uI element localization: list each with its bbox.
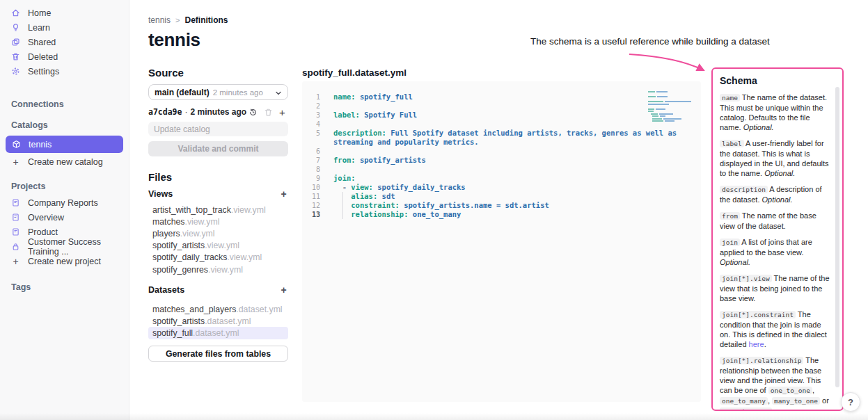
file-name: spotify_artists bbox=[152, 241, 205, 250]
file-name: players bbox=[152, 229, 180, 239]
file-ext: .view.yml bbox=[184, 217, 219, 227]
sidebar-item-deleted[interactable]: Deleted bbox=[0, 49, 129, 64]
commit-row: a7cda9e · 2 minutes ago + bbox=[148, 106, 288, 118]
here-link[interactable]: here bbox=[749, 340, 764, 348]
app: Home Learn Shared Deleted Settings bbox=[0, 0, 868, 420]
views-file-list: artist_with_top_track.view.yml matches.v… bbox=[148, 204, 288, 275]
add-view-icon[interactable]: + bbox=[279, 189, 288, 199]
schema-entry-join-view: join[*].view The name of the view that i… bbox=[720, 273, 833, 303]
sidebar-item-label: Create new project bbox=[28, 257, 101, 266]
breadcrumb-parent[interactable]: tennis bbox=[148, 15, 171, 25]
schema-key-chip: join bbox=[720, 239, 740, 246]
file-item-selected[interactable]: spotify_full.dataset.yml bbox=[148, 327, 288, 339]
sidebar-section-connections: Connections bbox=[0, 99, 129, 109]
schema-key-chip: name bbox=[720, 94, 740, 102]
add-commit-icon[interactable]: + bbox=[279, 108, 288, 117]
sidebar-item-label: Settings bbox=[28, 67, 59, 76]
commit-hash: a7cda9e bbox=[148, 107, 182, 117]
schema-scrollbar[interactable] bbox=[835, 87, 839, 387]
schema-key-chip: join[*].view bbox=[720, 275, 772, 282]
code-line: 11 alias: sdt bbox=[309, 192, 701, 201]
minimap bbox=[648, 91, 693, 123]
file-ext: .dataset.yml bbox=[236, 305, 282, 314]
branch-name: main (default) bbox=[155, 88, 210, 97]
sidebar-section-catalogs: Catalogs bbox=[0, 120, 129, 130]
file-name: matches bbox=[152, 217, 184, 227]
schema-key-chip: description bbox=[720, 186, 768, 193]
sidebar-item-shared[interactable]: Shared bbox=[0, 35, 129, 49]
file-name: matches_and_players bbox=[152, 305, 236, 314]
code-line: 12 constraint: spotify_artists.name = sd… bbox=[309, 201, 701, 210]
schema-entry-label: label A user-friendly label for the data… bbox=[720, 138, 833, 178]
sidebar-projects-list: Company Reports Overview Product Custome… bbox=[0, 195, 129, 268]
document-icon bbox=[11, 227, 20, 236]
file-name: spotify_full bbox=[152, 328, 193, 338]
generate-files-button[interactable]: Generate files from tables bbox=[148, 346, 288, 362]
help-button[interactable]: ? bbox=[841, 392, 860, 412]
sidebar-item-label: tennis bbox=[29, 140, 52, 150]
lock-icon bbox=[11, 242, 20, 251]
branch-time: 2 minutes ago bbox=[213, 88, 271, 97]
file-item[interactable]: artist_with_top_track.view.yml bbox=[148, 204, 288, 216]
history-icon[interactable] bbox=[248, 108, 258, 117]
branch-select[interactable]: main (default) 2 minutes ago bbox=[148, 84, 288, 100]
sidebar-item-project-locked[interactable]: Customer Success Training ... bbox=[0, 239, 129, 254]
sidebar-section-projects: Projects bbox=[0, 181, 129, 191]
breadcrumb-current[interactable]: Definitions bbox=[184, 15, 228, 25]
commit-separator: · bbox=[184, 107, 187, 117]
sidebar-item-create-catalog[interactable]: + Create new catalog bbox=[0, 154, 129, 169]
schema-entry-name: name The name of the dataset. This must … bbox=[720, 92, 833, 132]
commit-time: 2 minutes ago bbox=[190, 107, 246, 117]
file-item[interactable]: spotify_daily_tracks.view.yml bbox=[148, 252, 288, 264]
file-name: spotify_daily_tracks bbox=[152, 252, 227, 262]
sidebar-item-label: Shared bbox=[28, 38, 56, 47]
sidebar-item-learn[interactable]: Learn bbox=[0, 20, 129, 35]
code-line: 2 bbox=[309, 102, 701, 111]
file-item[interactable]: matches.view.yml bbox=[148, 216, 288, 227]
sidebar-item-home[interactable]: Home bbox=[0, 6, 129, 20]
add-dataset-icon[interactable]: + bbox=[279, 285, 288, 295]
document-icon bbox=[11, 198, 20, 207]
plus-icon: + bbox=[11, 257, 20, 266]
bottom-fade bbox=[0, 413, 868, 420]
delete-commit-icon[interactable] bbox=[264, 108, 273, 117]
file-ext: .view.yml bbox=[180, 229, 215, 239]
sidebar-item-settings[interactable]: Settings bbox=[0, 64, 129, 79]
file-name: artist_with_top_track bbox=[152, 205, 231, 215]
file-ext: .dataset.yml bbox=[205, 316, 251, 326]
sidebar-item-catalog-tennis[interactable]: tennis bbox=[6, 136, 123, 153]
file-item[interactable]: spotify_artists.dataset.yml bbox=[148, 315, 288, 327]
sidebar-item-label: Learn bbox=[28, 23, 50, 33]
schema-key-chip: join[*].relationship bbox=[720, 357, 803, 364]
code-line: 8 bbox=[309, 165, 701, 174]
code-line: 5description: Full Spotify dataset inclu… bbox=[309, 129, 701, 147]
trash-icon bbox=[11, 52, 20, 61]
sidebar-item-label: Customer Success Training ... bbox=[28, 237, 118, 257]
breadcrumb-separator: > bbox=[175, 16, 180, 24]
code-editor[interactable]: 1name: spotify_full 2 3label: Spotify Fu… bbox=[302, 81, 701, 402]
file-item[interactable]: spotify_genres.view.yml bbox=[148, 264, 288, 275]
code-line: 9join: bbox=[309, 174, 701, 183]
files-heading: Files bbox=[148, 171, 172, 183]
sidebar: Home Learn Shared Deleted Settings bbox=[0, 0, 129, 420]
code-line: 4 bbox=[309, 120, 701, 129]
file-item[interactable]: spotify_artists.view.yml bbox=[148, 240, 288, 252]
sidebar-item-label: Company Reports bbox=[28, 198, 98, 208]
page-title: tennis bbox=[148, 29, 200, 51]
datasets-label: Datasets bbox=[148, 285, 184, 295]
sidebar-item-project[interactable]: Overview bbox=[0, 210, 129, 225]
sidebar-item-project[interactable]: Company Reports bbox=[0, 195, 129, 210]
schema-key-chip: join[*].constraint bbox=[720, 311, 796, 318]
views-group-header: Views + bbox=[148, 189, 288, 199]
file-item[interactable]: players.view.yml bbox=[148, 227, 288, 239]
code-line: 1name: spotify_full bbox=[309, 92, 701, 102]
sidebar-item-label: Product bbox=[28, 227, 58, 237]
schema-key-chip: from bbox=[720, 212, 740, 220]
schema-entry-description: description A description of the dataset… bbox=[720, 184, 833, 204]
indent-guide bbox=[342, 192, 343, 219]
schema-entry-join: join A list of joins that are applied to… bbox=[720, 237, 833, 267]
update-catalog-input[interactable] bbox=[148, 122, 288, 136]
file-item[interactable]: matches_and_players.dataset.yml bbox=[148, 303, 288, 315]
file-ext: .dataset.yml bbox=[193, 328, 239, 338]
validate-commit-button[interactable]: Validate and commit bbox=[148, 141, 288, 156]
